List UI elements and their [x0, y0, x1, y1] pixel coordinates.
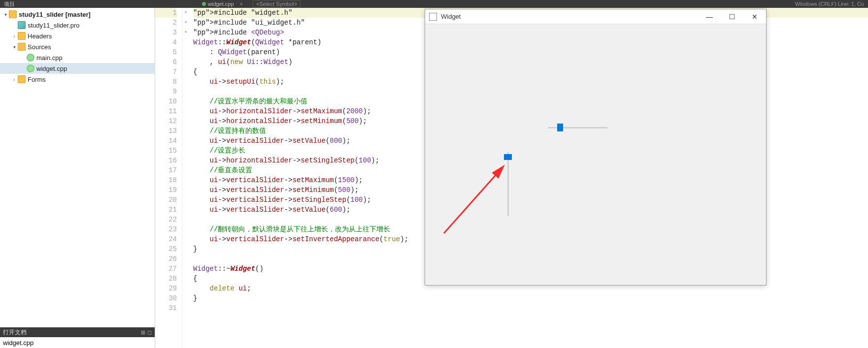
split-icon[interactable]: ⊞ [141, 329, 145, 336]
folder-icon [9, 10, 17, 18]
chevron-down-icon[interactable]: ▾ [2, 12, 9, 17]
folder-icon [18, 32, 26, 40]
tree-root-label: study11_slider [master] [19, 11, 91, 18]
open-docs-title: 打开文档 [3, 328, 27, 337]
project-tree[interactable]: ▾ study11_slider [master] study11_slider… [0, 8, 155, 327]
open-docs-header: 打开文档 ⊞ ◻ [0, 327, 155, 337]
tree-forms-label: Forms [28, 76, 46, 83]
svg-line-1 [444, 167, 503, 233]
editor-tab-label: widget.cpp [208, 1, 234, 7]
tree-root[interactable]: ▾ study11_slider [master] [0, 9, 155, 20]
app-icon [429, 13, 437, 21]
open-docs-item-label: widget.cpp [3, 339, 33, 347]
widget-titlebar[interactable]: Widget — ☐ ✕ [425, 9, 766, 24]
tree-main-cpp[interactable]: main.cpp [0, 52, 155, 63]
folder-icon [18, 75, 26, 83]
open-docs-item[interactable]: widget.cpp [0, 337, 155, 348]
symbol-combo[interactable]: <Select Symbol> [253, 0, 300, 7]
cpp-file-icon [27, 64, 34, 72]
tree-sources-label: Sources [28, 43, 51, 51]
tree-pro-file[interactable]: study11_slider.pro [0, 20, 155, 31]
folder-icon [18, 43, 26, 51]
minimize-button[interactable]: — [698, 9, 721, 24]
status-encoding: Windows (CRLF) Line: 1, Co [795, 1, 864, 7]
tree-sources[interactable]: ▾ Sources [0, 41, 155, 52]
project-panel: ▾ study11_slider [master] study11_slider… [0, 8, 155, 348]
hslider-thumb[interactable] [557, 124, 563, 131]
maximize-button[interactable]: ☐ [721, 9, 743, 24]
fold-column[interactable]: ▾ ▾ ▾ [182, 8, 189, 348]
modified-dot-icon [202, 2, 206, 6]
editor-tab[interactable]: widget.cpp × [202, 1, 243, 7]
widget-body [425, 24, 766, 285]
vslider-thumb[interactable] [504, 154, 512, 160]
vslider-track [507, 152, 509, 216]
chevron-down-icon[interactable]: ▾ [11, 44, 18, 50]
close-button[interactable]: ✕ [743, 9, 766, 24]
line-number-gutter: 1234567891011121314151617181920212223242… [155, 8, 182, 348]
tree-widget-cpp[interactable]: widget.cpp [0, 63, 155, 74]
tree-headers[interactable]: › Headers [0, 31, 155, 41]
tree-headers-label: Headers [28, 32, 52, 40]
pro-file-icon [18, 21, 26, 29]
ide-top-bar: 项目 widget.cpp × <Select Symbol> Windows … [0, 0, 868, 8]
tab-close-button[interactable]: × [240, 1, 243, 7]
close-panel-icon[interactable]: ◻ [147, 329, 152, 336]
horizontal-slider[interactable] [548, 123, 607, 132]
tree-widget-cpp-label: widget.cpp [36, 65, 67, 72]
cpp-file-icon [27, 54, 34, 62]
widget-preview-window[interactable]: Widget — ☐ ✕ [425, 9, 767, 285]
chevron-right-icon[interactable]: › [11, 77, 18, 82]
tree-main-cpp-label: main.cpp [36, 54, 63, 62]
chevron-right-icon[interactable]: › [11, 33, 18, 39]
tree-pro-label: study11_slider.pro [28, 22, 80, 29]
projects-label: 项目 [4, 0, 15, 8]
tree-forms[interactable]: › Forms [0, 74, 155, 85]
vertical-slider[interactable] [503, 152, 513, 216]
widget-title: Widget [441, 13, 461, 20]
